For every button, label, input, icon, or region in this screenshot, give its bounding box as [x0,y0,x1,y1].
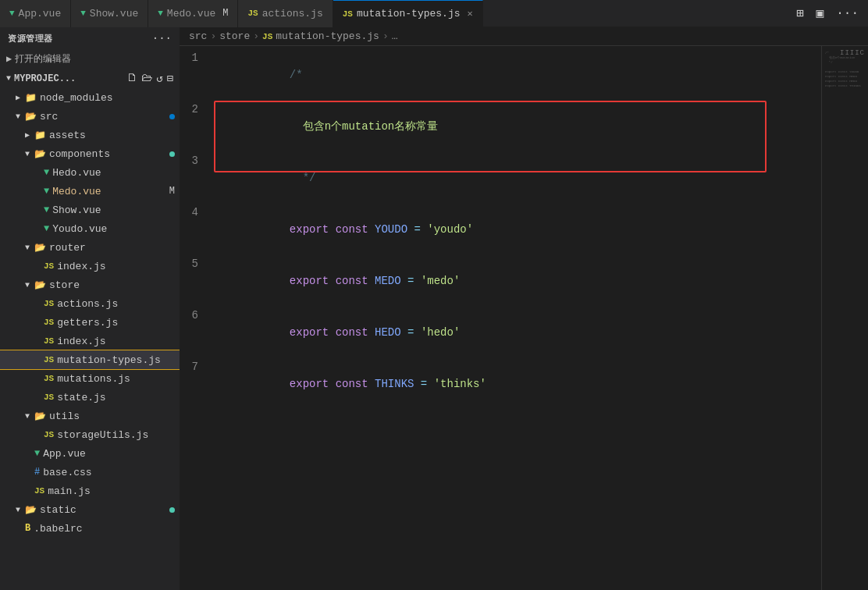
js-icon: JS [34,486,44,496]
string-token: 'youdo' [427,223,473,236]
modified-indicator [169,114,175,119]
new-folder-icon[interactable]: 🗁 [141,72,152,85]
string-token: 'hedo' [421,326,460,339]
code-content: /* [211,49,821,101]
code-line-7: 7 export const THINKS = 'thinks' [180,358,821,410]
tree-item-store-index[interactable]: JS index.js [0,332,180,350]
keyword-token: export const [290,378,375,390]
tab-close-icon[interactable]: ✕ [468,8,473,20]
op-token: = [401,275,421,287]
project-chevron-icon: ▼ [6,74,11,83]
editor-content[interactable]: 1 /* 2 包含n个mutation名称常量 3 */ [180,46,821,590]
code-line-4: 4 export const YOUDO = 'youdo' [180,204,821,255]
more-actions-icon[interactable]: ··· [833,5,862,22]
project-section[interactable]: ▼ MYPROJEC... 🗋 🗁 ↺ ⊟ [0,69,180,88]
tree-item-mutation-types-js[interactable]: JS mutation-types.js [0,350,180,369]
tree-item-hedo-vue[interactable]: ▼ Hedo.vue [0,163,180,182]
tab-bar-actions: ⊞ ▣ ··· [793,4,868,23]
breadcrumb-store[interactable]: store [219,30,250,42]
vue-icon: ▼ [158,9,163,18]
tab-app-vue[interactable]: ▼ App.vue [0,0,71,27]
tab-actions-js[interactable]: JS actions.js [238,0,333,27]
refresh-icon[interactable]: ↺ [156,72,162,85]
tree-item-components[interactable]: ▼ 📂 components [0,144,180,163]
tab-medo-vue[interactable]: ▼ Medo.vue M [148,0,238,27]
new-file-icon[interactable]: 🗋 [126,72,137,85]
tree-item-router[interactable]: ▼ 📂 router [0,238,180,257]
chevron-icon: ▼ [16,112,25,121]
tree-item-assets[interactable]: ▶ 📁 assets [0,126,180,144]
tree-item-base-css[interactable]: # base.css [0,463,180,482]
tree-item-static[interactable]: ▼ 📂 static [0,500,180,519]
file-label: node_modules [40,92,180,104]
breadcrumb-src[interactable]: src [189,30,207,42]
tree-item-youdo-vue[interactable]: ▼ Youdo.vue [0,219,180,238]
string-token: 'medo' [421,275,460,287]
varname-token: HEDO [375,326,401,339]
tree-item-babelrc[interactable]: B .babelrc [0,519,180,538]
tree-item-show-vue[interactable]: ▼ Show.vue [0,201,180,219]
minimap-label: IIIIC [840,49,865,57]
string-token: 'thinks' [434,378,486,390]
js-breadcrumb-icon: JS [262,32,272,41]
tree-item-store[interactable]: ▼ 📂 store [0,275,180,294]
chevron-icon: ▼ [25,412,34,421]
tab-mutation-types-js[interactable]: JS mutation-types.js ✕ [333,0,483,27]
tab-bar: ▼ App.vue ▼ Show.vue ▼ Medo.vue M JS act… [0,0,868,27]
collapse-icon[interactable]: ⊟ [167,72,173,85]
tree-item-src[interactable]: ▼ 📂 src [0,107,180,126]
tab-label: App.vue [19,8,62,20]
file-label: store [49,279,180,291]
editor-with-minimap: 1 /* 2 包含n个mutation名称常量 3 */ [180,46,868,590]
tab-label: Show.vue [90,8,138,20]
file-label: .babelrc [34,523,180,535]
tree-item-main-js[interactable]: JS main.js [0,482,180,500]
file-label: utils [49,411,180,422]
tree-item-state-js[interactable]: JS state.js [0,388,180,407]
file-label: router [49,242,180,254]
comment-token: /* [290,69,303,81]
chevron-icon: ▶ [6,53,12,65]
tab-label: actions.js [262,8,323,20]
tree-item-getters-js[interactable]: JS getters.js [0,313,180,332]
tree-item-actions-js[interactable]: JS actions.js [0,294,180,313]
js-icon: JS [44,318,54,327]
file-label: components [49,148,169,160]
tree-item-storage-utils[interactable]: JS storageUtils.js [0,425,180,444]
line-number: 1 [180,49,211,66]
open-editors-label: 打开的编辑器 [15,52,71,66]
folder-icon: 📂 [25,504,37,516]
tree-item-utils[interactable]: ▼ 📂 utils [0,407,180,425]
breadcrumb-symbol[interactable]: … [392,30,398,42]
tab-show-vue[interactable]: ▼ Show.vue [71,0,148,27]
sidebar-title: 资源管理器 [8,33,53,44]
js-icon: JS [44,374,54,383]
varname-token: YOUDO [375,223,407,236]
op-token: = [407,223,427,236]
file-label: actions.js [57,298,180,310]
tree-item-router-index[interactable]: JS index.js [0,257,180,275]
line-number: 7 [180,358,211,375]
layout-icon[interactable]: ▣ [813,4,827,23]
split-editor-icon[interactable]: ⊞ [793,4,807,23]
open-editors-section[interactable]: ▶ 打开的编辑器 [0,49,180,69]
file-label: Show.vue [52,204,180,216]
more-options-icon[interactable]: ··· [152,32,172,44]
chevron-icon: ▼ [25,281,34,290]
js-icon: JS [44,393,54,402]
keyword-token: export const [290,223,375,236]
file-label: Youdo.vue [52,223,180,235]
vue-icon: ▼ [44,167,49,178]
sidebar: 资源管理器 ··· ▶ 打开的编辑器 ▼ MYPROJEC... 🗋 🗁 ↺ ⊟… [0,27,180,590]
breadcrumb-file[interactable]: mutation-types.js [276,30,379,42]
code-content: export const YOUDO = 'youdo' [211,204,821,255]
code-content: export const MEDO = 'medo' [211,255,821,307]
file-label: Medo.vue [52,186,166,197]
chevron-icon: ▼ [25,150,34,158]
varname-token: MEDO [375,275,401,287]
tree-item-mutations-js[interactable]: JS mutations.js [0,369,180,388]
comment-cn-token: 包含n个mutation名称常量 [290,120,438,133]
tree-item-node-modules[interactable]: ▶ 📁 node_modules [0,88,180,107]
tree-item-medo-vue[interactable]: ▼ Medo.vue M [0,182,180,201]
tree-item-app-vue[interactable]: ▼ App.vue [0,444,180,463]
